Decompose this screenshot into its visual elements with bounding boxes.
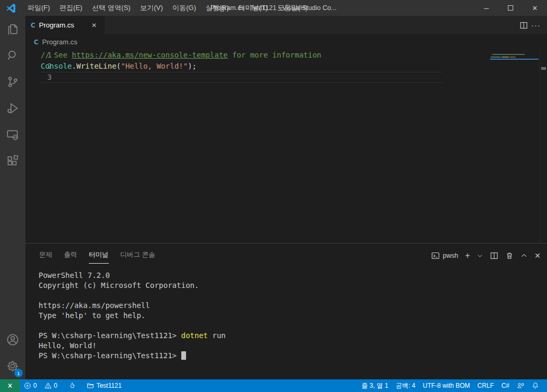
- minimize-icon[interactable]: ─: [474, 0, 498, 16]
- encoding[interactable]: UTF-8 with BOM: [419, 379, 474, 392]
- sidebar-item-extensions[interactable]: [0, 148, 25, 174]
- panel-tab-debug-console[interactable]: 디버그 콘솔: [120, 247, 155, 264]
- menu-selection[interactable]: 선택 영역(S): [87, 0, 135, 16]
- code-editor[interactable]: 123 // See https://aka.ms/new-console-te…: [25, 50, 547, 243]
- terminal-output[interactable]: PowerShell 7.2.0Copyright (c) Microsoft …: [25, 267, 547, 379]
- maximize-icon[interactable]: [498, 0, 523, 16]
- sidebar-item-remote-explorer[interactable]: [0, 122, 25, 148]
- extensions-icon: [6, 154, 20, 168]
- settings-badge: 1: [14, 369, 23, 377]
- bottom-panel: 문제 출력 터미널 디버그 콘솔 pwsh +: [25, 243, 547, 379]
- minimap-line-2c: [509, 57, 516, 58]
- close-panel-icon[interactable]: ✕: [534, 251, 541, 260]
- bell-icon: [532, 382, 539, 389]
- error-count: 0: [33, 382, 37, 389]
- eol-selector[interactable]: CRLF: [474, 379, 497, 392]
- account-icon: [6, 333, 20, 347]
- run-debug-icon: [6, 101, 20, 115]
- indentation[interactable]: 공백: 4: [392, 379, 419, 392]
- workspace-indicator[interactable]: Test1121: [79, 379, 125, 392]
- terminal-toolbar: pwsh + ✕: [431, 251, 541, 260]
- menu-go[interactable]: 이동(G): [168, 0, 201, 16]
- csharp-file-icon: C: [31, 22, 35, 29]
- flame-icon: [68, 382, 76, 389]
- editor-actions: ···: [520, 16, 547, 34]
- cursor-marker: [541, 67, 546, 70]
- minimap[interactable]: [489, 50, 540, 243]
- warning-icon: [44, 382, 52, 389]
- sidebar-item-source-control[interactable]: [0, 69, 25, 95]
- panel-tab-problems[interactable]: 문제: [39, 247, 52, 264]
- minimap-current-line: [490, 59, 539, 60]
- panel-tab-output[interactable]: 출력: [64, 247, 77, 264]
- new-terminal-icon[interactable]: +: [465, 251, 470, 260]
- menu-terminal[interactable]: 터미널(T): [234, 0, 273, 16]
- panel-header: 문제 출력 터미널 디버그 콘솔 pwsh +: [25, 244, 547, 267]
- tab-program-cs[interactable]: C Program.cs ✕: [25, 16, 105, 34]
- editor-group: C Program.cs ✕ ··· C Program.cs 123 // S…: [25, 16, 547, 379]
- settings-button[interactable]: 1: [0, 353, 25, 379]
- more-actions-icon[interactable]: ···: [531, 21, 541, 30]
- account-button[interactable]: [0, 326, 25, 353]
- minimap-line-1: [492, 54, 525, 55]
- warning-count: 0: [54, 382, 58, 389]
- folder-icon: [87, 382, 94, 389]
- tab-label: Program.cs: [39, 21, 74, 29]
- csharp-file-icon: C: [34, 39, 39, 46]
- source-control-icon: [6, 75, 20, 89]
- breadcrumb[interactable]: C Program.cs: [25, 34, 547, 50]
- terminal-icon: [431, 251, 440, 260]
- menu-help[interactable]: 도움말(H): [273, 0, 312, 16]
- menu-file[interactable]: 파일(F): [23, 0, 55, 16]
- remote-explorer-icon: [6, 128, 20, 142]
- trash-icon[interactable]: [505, 251, 514, 260]
- sidebar-item-explorer[interactable]: [0, 16, 25, 42]
- feedback-icon: [517, 382, 524, 389]
- overview-ruler[interactable]: [540, 50, 547, 243]
- activity-bar: 1: [0, 16, 25, 379]
- panel-tab-terminal[interactable]: 터미널: [89, 247, 109, 264]
- window-controls: ─ ✕: [474, 0, 547, 16]
- menu-edit[interactable]: 편집(E): [55, 0, 87, 16]
- minimap-line-2a: [490, 57, 501, 58]
- language-mode[interactable]: C#: [498, 379, 513, 392]
- active-terminal-selector[interactable]: pwsh: [431, 251, 458, 260]
- omnisharp-status[interactable]: [61, 379, 79, 392]
- files-icon: [6, 22, 20, 36]
- titlebar: 파일(F) 편집(E) 선택 영역(S) 보기(V) 이동(G) 실행(R) 터…: [0, 0, 547, 16]
- minimap-line-2b: [502, 57, 509, 58]
- search-icon: [6, 49, 20, 62]
- vscode-logo-icon: [6, 3, 16, 13]
- remote-indicator[interactable]: [0, 379, 20, 392]
- cursor-position[interactable]: 줄 3, 열 1: [358, 379, 392, 392]
- menu-run[interactable]: 실행(R): [201, 0, 234, 16]
- close-window-icon[interactable]: ✕: [523, 0, 547, 16]
- split-terminal-icon[interactable]: [490, 251, 498, 260]
- breadcrumb-item-file[interactable]: Program.cs: [42, 38, 77, 46]
- split-editor-icon[interactable]: [520, 21, 528, 30]
- menu-view[interactable]: 보기(V): [135, 0, 168, 16]
- feedback-button[interactable]: [513, 379, 528, 392]
- tab-close-icon[interactable]: ✕: [89, 20, 99, 31]
- workspace-name: Test1121: [96, 382, 122, 389]
- error-icon: [24, 382, 31, 389]
- remote-icon: [6, 382, 14, 389]
- status-bar: 0 0 Test1121 줄 3, 열 1 공백: 4 UTF-8 with B…: [0, 379, 547, 392]
- problems-indicator[interactable]: 0 0: [20, 379, 61, 392]
- status-bar-right: 줄 3, 열 1 공백: 4 UTF-8 with BOM CRLF C#: [358, 379, 547, 392]
- sidebar-item-run-debug[interactable]: [0, 95, 25, 122]
- tab-bar: C Program.cs ✕ ···: [25, 16, 547, 34]
- chevron-up-icon[interactable]: [521, 252, 527, 259]
- notifications-button[interactable]: [528, 379, 543, 392]
- sidebar-item-search[interactable]: [0, 42, 25, 69]
- chevron-down-icon[interactable]: [477, 253, 483, 259]
- shell-label: pwsh: [443, 252, 458, 259]
- code-lines: // See https://aka.ms/new-console-templa…: [25, 50, 489, 83]
